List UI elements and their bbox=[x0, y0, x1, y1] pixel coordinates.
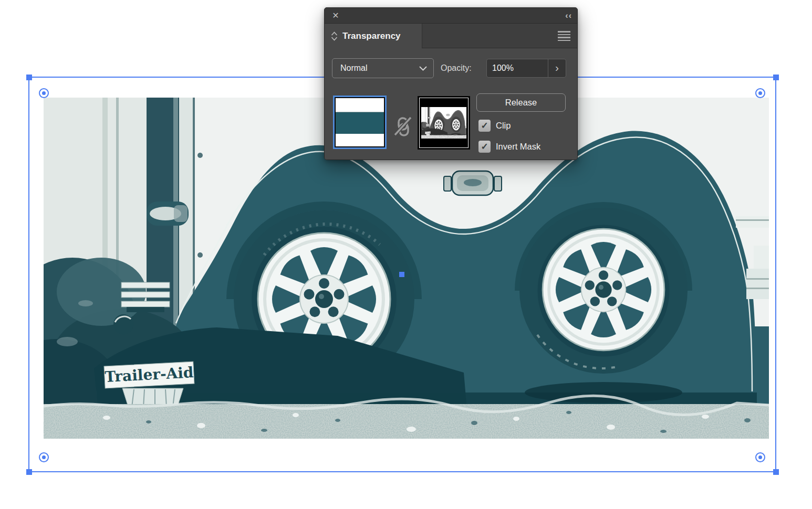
collapse-panel-icon[interactable]: ‹‹ bbox=[565, 9, 572, 22]
selection-handle-bottom-left[interactable] bbox=[26, 469, 32, 475]
blend-mode-dropdown[interactable]: Normal bbox=[332, 58, 434, 78]
release-button[interactable]: Release bbox=[476, 93, 566, 112]
appearance-target-bottom-left[interactable] bbox=[39, 452, 49, 462]
selection-handle-top-left[interactable] bbox=[26, 75, 32, 80]
selection-handle-bottom-right[interactable] bbox=[773, 469, 779, 475]
object-thumbnail[interactable] bbox=[333, 96, 387, 149]
panel-cycle-icon[interactable] bbox=[331, 31, 338, 41]
link-broken-icon[interactable] bbox=[393, 115, 414, 138]
clip-checkbox-row: ✓ Clip bbox=[478, 120, 511, 132]
appearance-target-top-left[interactable] bbox=[39, 88, 49, 98]
selection-edge-right[interactable] bbox=[775, 77, 776, 472]
mask-thumbnail-frame bbox=[419, 98, 469, 148]
clip-checkbox-label[interactable]: Clip bbox=[496, 121, 511, 131]
appearance-target-top-right[interactable] bbox=[755, 88, 765, 98]
transparency-panel: ✕ ‹‹ Transparency Normal bbox=[324, 7, 578, 160]
selection-edge-bottom[interactable] bbox=[28, 471, 776, 472]
opacity-stepper-arrow-icon[interactable]: › bbox=[548, 59, 566, 77]
panel-title: Transparency bbox=[342, 31, 401, 41]
invert-mask-checkbox[interactable]: ✓ bbox=[478, 141, 491, 153]
panel-titlebar[interactable]: ✕ ‹‹ bbox=[325, 8, 577, 24]
panel-content: Normal Opacity: 100% › bbox=[325, 49, 577, 160]
opacity-label: Opacity: bbox=[441, 58, 472, 78]
appearance-target-bottom-right[interactable] bbox=[755, 452, 765, 462]
panel-menu-icon[interactable] bbox=[558, 31, 570, 41]
mask-thumbnail-art bbox=[421, 107, 466, 139]
clip-checkbox[interactable]: ✓ bbox=[478, 120, 491, 132]
invert-mask-checkbox-label[interactable]: Invert Mask bbox=[496, 142, 540, 152]
teal-rectangle-swatch bbox=[336, 112, 384, 134]
selection-edge-left[interactable] bbox=[28, 77, 29, 472]
chevron-down-icon bbox=[419, 66, 427, 71]
opacity-input[interactable]: 100% bbox=[487, 59, 548, 77]
object-thumbnail-art bbox=[336, 98, 384, 146]
panel-tab-row: Transparency bbox=[325, 24, 577, 48]
invert-mask-checkbox-row: ✓ Invert Mask bbox=[478, 141, 540, 153]
close-icon[interactable]: ✕ bbox=[330, 10, 341, 22]
tab-transparency[interactable]: Transparency bbox=[325, 24, 422, 48]
selection-handle-top-right[interactable] bbox=[773, 75, 779, 80]
opacity-control: 100% › bbox=[486, 59, 566, 78]
illustrator-canvas: ✕ ‹‹ Transparency Normal bbox=[0, 0, 812, 509]
mask-thumbnail[interactable] bbox=[418, 96, 470, 150]
blend-mode-value: Normal bbox=[340, 63, 419, 73]
selection-center-point[interactable] bbox=[399, 272, 404, 277]
